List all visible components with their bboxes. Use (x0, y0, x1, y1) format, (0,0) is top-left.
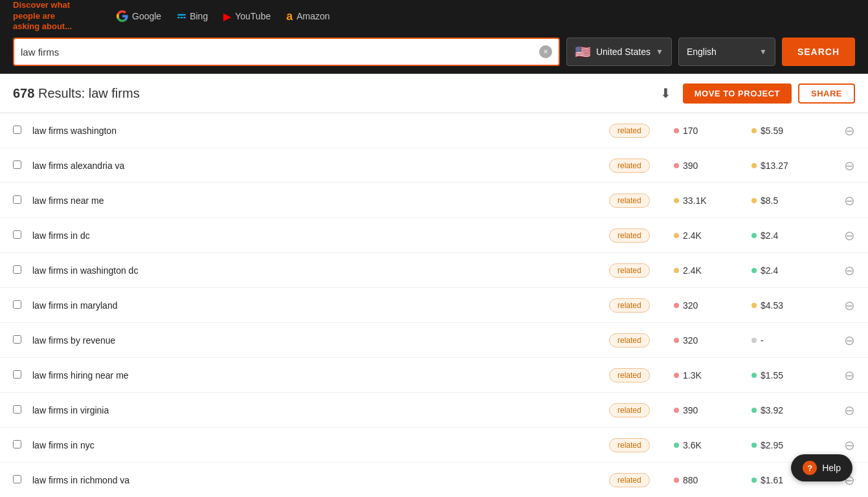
row-keyword: law firms in richmond va (32, 475, 609, 485)
volume-dot-icon (674, 233, 679, 238)
checkbox-input[interactable] (13, 440, 21, 448)
row-checkbox[interactable] (13, 335, 32, 346)
remove-button[interactable]: ⊖ (844, 439, 855, 452)
cpc-value: $2.95 (761, 440, 783, 450)
language-selector[interactable]: English ▼ (678, 38, 775, 66)
chevron-down-icon: ▼ (656, 47, 663, 56)
type-badge: related (609, 193, 650, 208)
row-volume: 390 (674, 405, 751, 415)
row-type: related (609, 368, 674, 382)
volume-value: 33.1K (683, 195, 707, 206)
remove-button[interactable]: ⊖ (844, 229, 855, 242)
remove-button[interactable]: ⊖ (844, 299, 855, 312)
nav-google[interactable]: Google (117, 10, 161, 22)
checkbox-input[interactable] (13, 195, 21, 204)
checkbox-input[interactable] (13, 160, 21, 169)
remove-button[interactable]: ⊖ (844, 124, 855, 137)
remove-button[interactable]: ⊖ (844, 334, 855, 347)
row-cpc: $8.5 (751, 195, 829, 206)
checkbox-input[interactable] (13, 126, 21, 134)
row-checkbox[interactable] (13, 160, 32, 171)
cpc-value: $3.92 (761, 405, 783, 415)
checkbox-input[interactable] (13, 405, 21, 414)
row-volume: 880 (674, 475, 751, 485)
row-keyword: law firms by revenue (32, 335, 609, 346)
nav-amazon-label: Amazon (296, 11, 329, 21)
help-label: Help (822, 463, 841, 473)
results-table: law firms washington related 170 $5.59 ⊖… (0, 113, 868, 497)
nav-youtube[interactable]: ▶ YouTube (223, 10, 271, 23)
cpc-value: $13.27 (761, 160, 788, 171)
row-keyword: law firms in virginia (32, 405, 609, 415)
row-type: related (609, 124, 674, 138)
row-keyword: law firms in nyc (32, 440, 609, 450)
results-count: 678 Results: law firms (13, 86, 655, 101)
chevron-down-icon: ▼ (759, 47, 767, 56)
checkbox-input[interactable] (13, 335, 21, 344)
checkbox-input[interactable] (13, 265, 21, 274)
row-checkbox[interactable] (13, 265, 32, 276)
checkbox-input[interactable] (13, 300, 21, 309)
nav-amazon[interactable]: a Amazon (286, 10, 329, 23)
row-checkbox[interactable] (13, 126, 32, 136)
cpc-dot-icon (751, 408, 757, 413)
results-header: 678 Results: law firms ⬇ MOVE TO PROJECT… (0, 74, 868, 113)
row-checkbox[interactable] (13, 475, 32, 485)
row-keyword: law firms alexandria va (32, 160, 609, 171)
type-badge: related (609, 298, 650, 313)
nav-bing[interactable]: 𝌁 Bing (177, 10, 208, 23)
remove-button[interactable]: ⊖ (844, 194, 855, 207)
cpc-value: $2.4 (761, 265, 778, 276)
google-icon (117, 10, 128, 22)
volume-value: 320 (683, 300, 698, 311)
table-row: law firms in dc related 2.4K $2.4 ⊖ (0, 218, 868, 253)
row-type: related (609, 473, 674, 487)
checkbox-input[interactable] (13, 230, 21, 239)
move-to-project-button[interactable]: MOVE TO PROJECT (683, 83, 792, 104)
table-row: law firms alexandria va related 390 $13.… (0, 148, 868, 183)
volume-dot-icon (674, 268, 679, 273)
row-action: ⊖ (829, 439, 855, 452)
row-cpc: $2.4 (751, 230, 829, 241)
row-action: ⊖ (829, 369, 855, 382)
row-checkbox[interactable] (13, 195, 32, 206)
checkbox-input[interactable] (13, 475, 21, 483)
row-checkbox[interactable] (13, 300, 32, 311)
row-checkbox[interactable] (13, 230, 32, 241)
volume-value: 320 (683, 335, 698, 346)
search-input[interactable] (21, 47, 539, 58)
cpc-dot-icon (751, 268, 757, 273)
cpc-dot-icon (751, 198, 757, 203)
row-action: ⊖ (829, 229, 855, 242)
search-button[interactable]: SEARCH (782, 38, 855, 66)
share-button[interactable]: SHARE (798, 83, 855, 104)
cpc-dot-icon (751, 338, 757, 343)
nav-google-label: Google (132, 11, 161, 21)
volume-dot-icon (674, 443, 679, 448)
remove-button[interactable]: ⊖ (844, 264, 855, 277)
download-button[interactable]: ⬇ (655, 83, 676, 104)
row-keyword: law firms near me (32, 195, 609, 206)
volume-value: 390 (683, 160, 698, 171)
row-cpc: $13.27 (751, 160, 829, 171)
volume-value: 2.4K (683, 265, 702, 276)
country-selector[interactable]: 🇺🇸 United States ▼ (566, 38, 672, 66)
volume-value: 1.3K (683, 370, 702, 381)
clear-button[interactable]: × (539, 45, 552, 58)
row-checkbox[interactable] (13, 440, 32, 450)
volume-dot-icon (674, 198, 679, 203)
volume-value: 3.6K (683, 440, 702, 450)
volume-dot-icon (674, 338, 679, 343)
row-checkbox[interactable] (13, 370, 32, 381)
remove-button[interactable]: ⊖ (844, 369, 855, 382)
results-actions: ⬇ MOVE TO PROJECT SHARE (655, 83, 855, 104)
row-action: ⊖ (829, 124, 855, 137)
checkbox-input[interactable] (13, 370, 21, 379)
remove-button[interactable]: ⊖ (844, 404, 855, 417)
row-type: related (609, 228, 674, 243)
type-badge: related (609, 403, 650, 417)
table-row: law firms near me related 33.1K $8.5 ⊖ (0, 183, 868, 218)
remove-button[interactable]: ⊖ (844, 159, 855, 172)
help-button[interactable]: ? Help (791, 454, 852, 481)
row-checkbox[interactable] (13, 405, 32, 415)
